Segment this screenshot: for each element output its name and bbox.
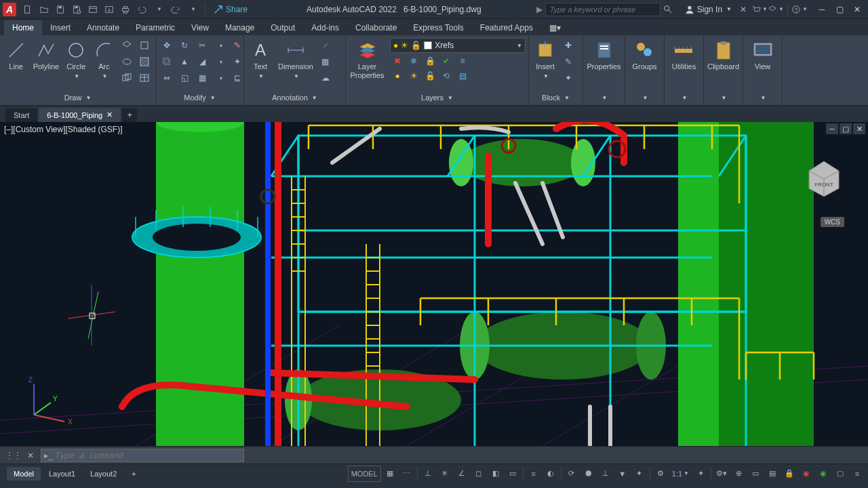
isolate-icon[interactable]: ◉: [798, 466, 814, 482]
vp-close-icon[interactable]: ✕: [853, 123, 865, 134]
insert-button[interactable]: Insert▼: [532, 38, 559, 85]
clipboard-button[interactable]: Clipboard: [707, 38, 740, 85]
otrack-icon[interactable]: ▭: [505, 466, 521, 482]
3dosnap-icon[interactable]: ◧: [488, 466, 504, 482]
leader-icon[interactable]: ⟋: [317, 38, 334, 53]
ellipse-icon[interactable]: [119, 54, 135, 69]
move-icon[interactable]: ✥: [159, 38, 175, 53]
table-anno-icon[interactable]: ▦: [317, 54, 334, 69]
wcs-badge[interactable]: WCS: [821, 217, 844, 227]
ortho-icon[interactable]: ⊥: [420, 466, 436, 482]
isodraft-icon[interactable]: ∠: [454, 466, 470, 482]
tab-addins[interactable]: Add-ins: [303, 20, 347, 35]
layer-dropdown[interactable]: ●☀🔓 Xrefs ▼: [390, 38, 526, 53]
tab-start[interactable]: Start: [5, 108, 37, 122]
groups-button[interactable]: Groups: [629, 38, 659, 85]
block-attr-icon[interactable]: ✦: [560, 70, 576, 85]
utilities-expand[interactable]: ▼: [667, 92, 701, 104]
minimize-button[interactable]: ─: [814, 3, 830, 16]
saveas-icon[interactable]: [69, 2, 84, 17]
layer-unlock-icon[interactable]: 🔓: [422, 69, 437, 83]
lockui-icon[interactable]: 🔒: [781, 466, 797, 482]
viewport-label[interactable]: [–][Custom View][Shaded (GSF)]: [4, 125, 123, 134]
close-button[interactable]: ✕: [849, 3, 865, 16]
tab-manage[interactable]: Manage: [217, 20, 262, 35]
layer-iso-icon[interactable]: ❄: [406, 54, 421, 68]
polyline-button[interactable]: Polyline: [31, 38, 62, 85]
scale-button[interactable]: 1:1▼: [669, 466, 692, 482]
tab-annotate[interactable]: Annotate: [79, 20, 127, 35]
maximize-button[interactable]: ▢: [831, 3, 848, 16]
cmd-grip-icon[interactable]: ⋮⋮: [3, 451, 24, 460]
hardware-icon[interactable]: ◉: [815, 466, 831, 482]
cycling-icon[interactable]: ⟳: [564, 466, 580, 482]
annotation-panel-label[interactable]: Annotation▼: [247, 92, 342, 104]
layout-add-button[interactable]: +: [125, 467, 142, 481]
groups-expand[interactable]: ▼: [628, 92, 661, 104]
tab-featured[interactable]: Featured Apps: [472, 20, 541, 35]
lineweight-icon[interactable]: ≡: [526, 466, 542, 482]
layer-match-icon[interactable]: ≡: [455, 54, 470, 68]
stretch-icon[interactable]: ⇔: [159, 70, 175, 85]
spline-icon[interactable]: [136, 38, 153, 53]
offset-icon[interactable]: ⊑: [229, 70, 245, 85]
command-input-wrap[interactable]: ▸_: [41, 449, 244, 462]
mirror-icon[interactable]: ▲: [176, 54, 193, 69]
customize-icon[interactable]: ≡: [849, 466, 865, 482]
osnap-icon[interactable]: ◻: [471, 466, 487, 482]
properties-expand[interactable]: ▼: [586, 92, 622, 104]
add-tab-button[interactable]: +: [122, 108, 137, 122]
view-button[interactable]: View: [749, 38, 776, 85]
view-expand[interactable]: ▼: [746, 92, 779, 104]
help-icon[interactable]: ?▼: [792, 2, 807, 17]
plot-icon[interactable]: [118, 2, 133, 17]
tab-express[interactable]: Express Tools: [405, 20, 471, 35]
layer-prev-icon[interactable]: ⟲: [439, 69, 454, 83]
layout-model[interactable]: Model: [7, 467, 41, 481]
close-tab-icon[interactable]: ✕: [106, 110, 113, 119]
exchange-icon[interactable]: ✕: [736, 2, 751, 17]
open-icon[interactable]: [37, 2, 52, 17]
signin-button[interactable]: Sign In ▼: [681, 5, 736, 14]
annoscale-icon[interactable]: ⚙: [652, 466, 669, 482]
annomonitor-icon[interactable]: ⊕: [730, 466, 747, 482]
cloud-icon[interactable]: ☁: [317, 70, 334, 85]
cleanscreen-icon[interactable]: ▢: [832, 466, 848, 482]
block-edit-icon[interactable]: ✎: [560, 54, 576, 69]
redo-icon[interactable]: [168, 2, 183, 17]
layer-make-icon[interactable]: ✔: [439, 54, 454, 68]
layout-2[interactable]: Layout2: [83, 467, 123, 481]
circle-button[interactable]: Circle▼: [63, 38, 90, 85]
undo-icon[interactable]: [134, 2, 149, 17]
modify-panel-label[interactable]: Modify▼: [159, 92, 241, 104]
block-panel-label[interactable]: Block▼: [532, 92, 580, 104]
line-button[interactable]: Line: [3, 38, 29, 85]
viewport[interactable]: [–][Custom View][Shaded (GSF)] ─ ▢ ✕ FRO…: [0, 122, 868, 446]
transparency-icon[interactable]: ◐: [542, 466, 559, 482]
trim-icon[interactable]: ✂: [194, 38, 210, 53]
tab-insert[interactable]: Insert: [42, 20, 79, 35]
save-web-icon[interactable]: [102, 2, 117, 17]
vp-minimize-icon[interactable]: ─: [826, 123, 838, 134]
vp-maximize-icon[interactable]: ▢: [840, 123, 852, 134]
cmd-close-icon[interactable]: ✕: [24, 451, 37, 460]
workspace-icon[interactable]: ⚙▾: [713, 466, 730, 482]
status-model-button[interactable]: MODEL: [348, 466, 381, 482]
units-icon[interactable]: ▭: [747, 466, 764, 482]
cart-icon[interactable]: ▼: [752, 2, 767, 17]
3dobject-icon[interactable]: ⬢: [580, 466, 597, 482]
search-icon[interactable]: [660, 5, 675, 14]
layer-on-icon[interactable]: ●: [390, 69, 405, 83]
gizmo-icon[interactable]: ✦: [631, 466, 648, 482]
tab-current-file[interactable]: 6-B-1000_Piping✕: [39, 108, 121, 122]
app-logo-icon[interactable]: A: [3, 3, 16, 16]
redo-dropdown-icon[interactable]: ▼: [186, 2, 201, 17]
rotate-icon[interactable]: ↻: [176, 38, 193, 53]
draw-panel-label[interactable]: Draw▼: [3, 92, 153, 104]
hatch-icon[interactable]: [136, 54, 153, 69]
tab-home[interactable]: Home: [4, 20, 42, 35]
scale-icon[interactable]: ◱: [176, 70, 193, 85]
undo-dropdown-icon[interactable]: ▼: [152, 2, 167, 17]
layer-off-icon[interactable]: ✖: [390, 54, 405, 68]
layout-1[interactable]: Layout1: [42, 467, 82, 481]
